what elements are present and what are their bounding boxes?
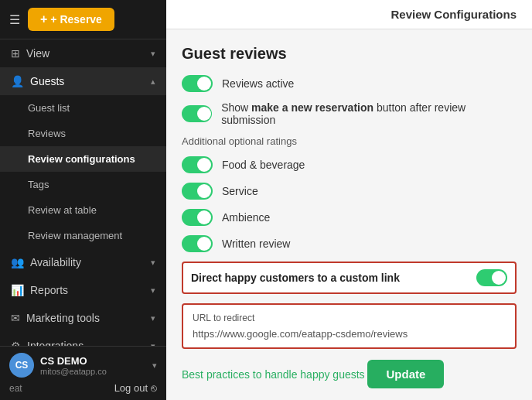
ambience-label: Ambience: [222, 211, 270, 224]
user-name: CS DEMO: [40, 355, 152, 367]
chevron-down-icon: ▾: [151, 258, 155, 268]
user-email: mitos@eatapp.co: [40, 367, 152, 376]
page-title: Review Configurations: [390, 8, 517, 21]
main-body: Guest reviews Reviews active Show make a…: [166, 29, 532, 400]
show-reservation-btn-row: Show make a new reservation button after…: [182, 101, 517, 126]
view-icon: ⊞: [11, 47, 20, 60]
food-beverage-label: Food & beverage: [222, 159, 305, 171]
chevron-down-icon: ▾: [151, 49, 155, 59]
ambience-row: Ambience: [182, 209, 517, 226]
best-practices-link[interactable]: Best practices to handle happy guests: [182, 368, 365, 381]
user-section: CS CS DEMO mitos@eatapp.co ▾: [9, 353, 157, 378]
url-value: https://www.google.com/eatapp-csdemo/rev…: [193, 328, 506, 340]
reviews-active-toggle[interactable]: [182, 75, 213, 92]
sidebar: ☰ + + Reserve ⊞ View ▾ 👤 Guests ▴ Guest …: [0, 0, 166, 400]
sidebar-item-reports[interactable]: 📊 Reports ▾: [0, 276, 166, 304]
food-beverage-toggle[interactable]: [182, 156, 213, 173]
sidebar-item-review-at-table[interactable]: Review at table: [0, 197, 166, 223]
reviews-active-label: Reviews active: [222, 77, 294, 90]
written-review-row: Written review: [182, 235, 517, 252]
guests-subnav: Guest list Reviews Review configurations…: [0, 95, 166, 248]
main-content: Review Configurations Guest reviews Revi…: [166, 0, 532, 400]
optional-ratings-title: Additional optional ratings: [182, 135, 517, 147]
show-reservation-toggle[interactable]: [182, 105, 212, 122]
main-header: Review Configurations: [166, 0, 532, 29]
sidebar-item-view[interactable]: ⊞ View ▾: [0, 39, 166, 67]
user-info: CS DEMO mitos@eatapp.co: [40, 355, 152, 376]
hamburger-icon[interactable]: ☰: [9, 12, 20, 27]
reviews-active-row: Reviews active: [182, 75, 517, 92]
sidebar-item-review-management[interactable]: Review management: [0, 223, 166, 248]
eat-label: eat: [9, 383, 22, 394]
service-toggle[interactable]: [182, 183, 213, 200]
service-label: Service: [222, 185, 258, 197]
written-review-label: Written review: [222, 238, 290, 250]
url-label: URL to redirect: [193, 313, 506, 323]
sidebar-footer: CS CS DEMO mitos@eatapp.co ▾ eat Log out…: [0, 346, 166, 400]
sidebar-item-review-configurations[interactable]: Review configurations: [0, 146, 166, 172]
direct-customers-row: Direct happy customers to a custom link: [182, 262, 517, 294]
sidebar-item-tags[interactable]: Tags: [0, 172, 166, 197]
reserve-button[interactable]: + + Reserve: [28, 8, 114, 31]
chevron-down-icon: ▾: [151, 285, 155, 296]
sidebar-item-availability[interactable]: 👥 Availability ▾: [0, 248, 166, 276]
user-chevron-icon[interactable]: ▾: [152, 361, 157, 371]
written-review-toggle[interactable]: [182, 235, 213, 252]
direct-customers-label: Direct happy customers to a custom link: [191, 272, 400, 284]
direct-customers-toggle[interactable]: [476, 269, 507, 286]
sidebar-item-label: Reports: [30, 284, 68, 296]
sidebar-header: ☰ + + Reserve: [0, 0, 166, 39]
chevron-down-icon: ▾: [151, 313, 155, 323]
sidebar-nav: ⊞ View ▾ 👤 Guests ▴ Guest list Reviews R…: [0, 39, 166, 346]
sidebar-item-label: Integrations: [27, 340, 84, 346]
availability-icon: 👥: [11, 256, 24, 268]
avatar: CS: [9, 353, 34, 378]
integrations-icon: ⚙: [11, 340, 21, 346]
food-beverage-row: Food & beverage: [182, 156, 517, 173]
sidebar-item-integrations[interactable]: ⚙ Integrations ▾: [0, 332, 166, 346]
chevron-up-icon: ▴: [151, 77, 155, 87]
ambience-toggle[interactable]: [182, 209, 213, 226]
section-title: Guest reviews: [182, 45, 517, 63]
update-button[interactable]: Update: [367, 360, 444, 388]
logout-icon: ⎋: [151, 382, 157, 394]
reports-icon: 📊: [11, 284, 24, 296]
sidebar-item-label: View: [26, 47, 49, 60]
marketing-icon: ✉: [11, 312, 20, 324]
sidebar-item-guests[interactable]: 👤 Guests ▴: [0, 67, 166, 95]
url-redirect-box: URL to redirect https://www.google.com/e…: [182, 303, 517, 349]
service-row: Service: [182, 183, 517, 200]
guests-icon: 👤: [11, 75, 24, 87]
logout-row: eat Log out ⎋: [9, 378, 157, 394]
sidebar-item-reviews[interactable]: Reviews: [0, 121, 166, 146]
sidebar-item-guest-list[interactable]: Guest list: [0, 95, 166, 121]
sidebar-item-marketing-tools[interactable]: ✉ Marketing tools ▾: [0, 304, 166, 332]
plus-icon: +: [40, 12, 47, 26]
logout-button[interactable]: Log out ⎋: [114, 382, 157, 394]
sidebar-item-label: Marketing tools: [26, 312, 100, 324]
show-reservation-label: Show make a new reservation button after…: [221, 101, 517, 126]
sidebar-item-label: Guests: [30, 75, 64, 87]
sidebar-item-label: Availability: [30, 256, 81, 268]
